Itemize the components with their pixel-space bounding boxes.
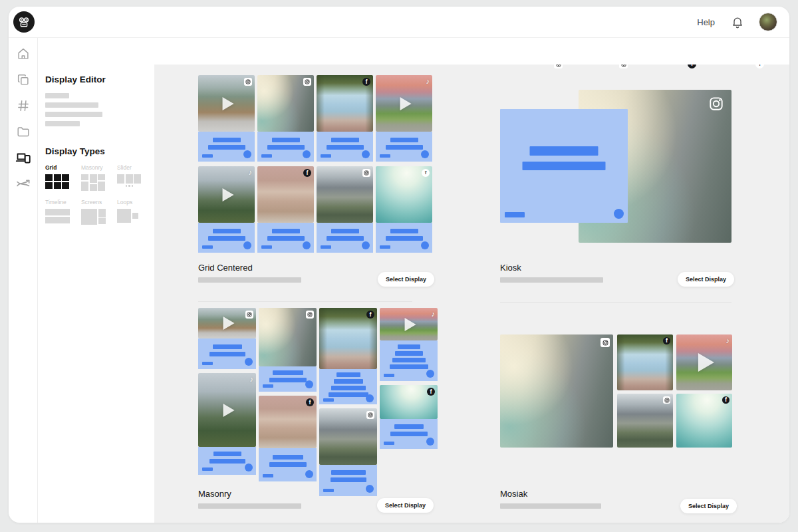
tiktok-icon: ♪	[426, 78, 430, 85]
type-screens[interactable]: Screens	[81, 199, 116, 225]
kiosk-text-skeleton	[500, 109, 628, 223]
instagram-icon	[306, 311, 314, 319]
bell-icon	[731, 15, 744, 29]
post-image-red-mountains: ♪	[376, 75, 432, 132]
slider-type-icon	[117, 174, 152, 187]
nav-folders[interactable]	[14, 122, 33, 141]
user-avatar[interactable]	[759, 13, 777, 31]
post-image-rocky-peak	[617, 394, 673, 448]
post-text-skeleton	[319, 369, 377, 404]
instagram-icon	[600, 338, 610, 347]
post-image-lake-boat: f	[319, 308, 377, 369]
post-card	[257, 75, 314, 162]
play-icon	[400, 97, 411, 110]
preview-title-masonry: Masonry	[198, 489, 231, 499]
grid-centered-preview[interactable]: f ♪	[198, 75, 432, 253]
post-card: f	[376, 166, 432, 253]
post-card	[198, 75, 255, 162]
play-icon	[222, 188, 233, 201]
play-icon	[404, 318, 416, 331]
mosiak-preview[interactable]	[500, 334, 613, 448]
post-text-skeleton	[380, 419, 438, 449]
post-image-teal-lake: f	[380, 385, 438, 419]
type-timeline[interactable]: Timeline	[45, 199, 80, 225]
display-types-grid: Grid Masonry	[45, 164, 148, 225]
post-card	[317, 166, 373, 253]
post-image-lake-boat: f	[617, 334, 673, 390]
post-card: f	[259, 396, 317, 481]
nav-analytics[interactable]	[14, 174, 33, 193]
post-image-goat: f	[257, 166, 314, 223]
play-icon	[698, 353, 714, 372]
post-image-red-mountains: ♪	[676, 334, 732, 390]
instagram-icon	[244, 78, 252, 86]
app-window: Help	[9, 7, 789, 523]
instagram-icon	[619, 65, 628, 68]
secondary-header	[38, 38, 789, 65]
select-display-button-grid-centered[interactable]: Select Display	[378, 272, 434, 287]
facebook-icon: f	[755, 65, 764, 68]
facebook-icon: f	[427, 388, 435, 396]
masonry-preview[interactable]: ♪	[198, 308, 438, 496]
select-display-button-kiosk[interactable]: Select Display	[678, 272, 734, 287]
play-icon	[222, 97, 233, 110]
grid-type-icon	[45, 174, 70, 189]
tiktok-icon: ♪	[726, 337, 730, 344]
brand-logo[interactable]	[13, 11, 35, 33]
post-image-rocky-peak	[317, 166, 373, 223]
boards-icon	[16, 72, 31, 87]
instagram-icon	[663, 396, 670, 404]
notifications-button[interactable]	[731, 15, 744, 29]
screens-type-icon	[81, 209, 116, 225]
type-grid[interactable]: Grid	[45, 164, 80, 191]
select-display-button-masonry[interactable]: Select Display	[377, 498, 434, 513]
skeleton-line	[45, 121, 80, 126]
display-types-title: Display Types	[45, 146, 148, 156]
timeline-type-icon	[45, 209, 80, 223]
post-card: ♪	[376, 75, 432, 162]
folder-icon	[16, 124, 31, 139]
post-image-valley: ♪	[198, 166, 255, 223]
post-image-valley: ♪	[198, 373, 256, 447]
nav-displays-active[interactable]	[14, 148, 33, 167]
clipped-card-badge	[554, 65, 563, 68]
tiktok-icon: ♪	[249, 169, 253, 176]
nav-home[interactable]	[14, 45, 33, 63]
post-image-teal-lake: f	[376, 166, 432, 223]
post-text-skeleton	[257, 132, 314, 162]
nav-boards[interactable]	[14, 70, 33, 89]
facebook-icon: f	[688, 65, 696, 68]
facebook-icon: f	[422, 169, 430, 177]
facebook-icon: f	[722, 396, 730, 404]
loops-type-icon	[117, 209, 152, 223]
post-image-cows	[198, 308, 256, 338]
post-card	[319, 408, 377, 496]
post-text-skeleton	[319, 465, 377, 496]
post-card: f	[317, 75, 373, 162]
instagram-icon	[709, 96, 724, 111]
post-text-skeleton	[198, 223, 255, 253]
help-link[interactable]: Help	[697, 17, 715, 27]
type-slider[interactable]: Slider	[117, 164, 152, 191]
post-image-cows	[198, 75, 255, 132]
post-image-cliff-road	[259, 308, 317, 366]
preview-title-mosiak: Mosiak	[500, 489, 527, 499]
post-text-skeleton	[259, 366, 317, 392]
masonry-type-icon	[81, 174, 116, 191]
display-editor-panel: Display Editor Display Types Grid	[38, 65, 154, 523]
preview-subtitle-skeleton	[500, 277, 603, 283]
facebook-icon: f	[303, 169, 311, 177]
devices-icon	[15, 150, 31, 166]
preview-title-grid-centered: Grid Centered	[198, 263, 253, 273]
instagram-icon	[245, 311, 253, 319]
post-text-skeleton	[380, 340, 438, 381]
type-masonry[interactable]: Masonry	[81, 164, 116, 191]
select-display-button-mosiak[interactable]: Select Display	[680, 499, 737, 513]
clipped-card-badge: f	[688, 65, 696, 68]
facebook-icon: f	[663, 337, 670, 344]
post-text-skeleton	[317, 132, 373, 162]
nav-hashtag[interactable]	[14, 96, 33, 115]
instagram-icon	[362, 169, 370, 177]
type-loops[interactable]: Loops	[117, 199, 152, 225]
post-card: ♪	[380, 308, 438, 381]
